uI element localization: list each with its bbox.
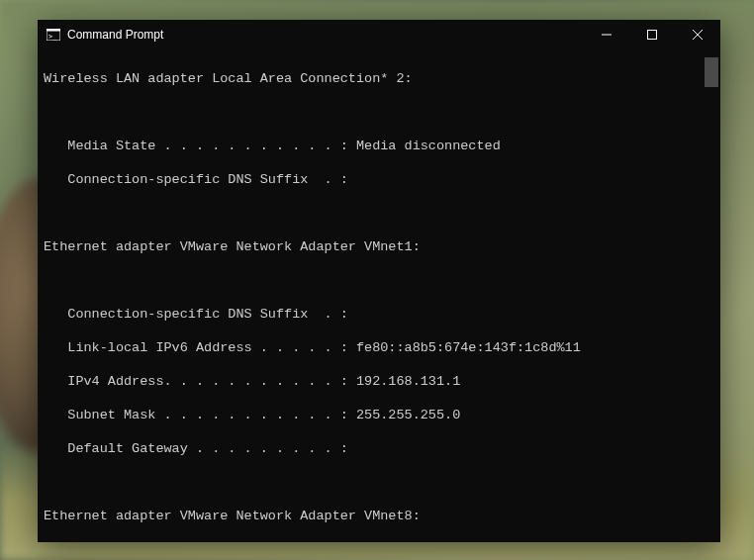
output-line: Ethernet adapter VMware Network Adapter … bbox=[44, 508, 720, 524]
minimize-button[interactable] bbox=[584, 20, 629, 49]
svg-rect-1 bbox=[47, 29, 60, 32]
output-line: Default Gateway . . . . . . . . . : bbox=[44, 440, 720, 457]
output-line: Subnet Mask . . . . . . . . . . . : 255.… bbox=[44, 407, 720, 423]
output-line: Ethernet adapter VMware Network Adapter … bbox=[44, 238, 720, 255]
cmd-icon: >_ bbox=[46, 27, 61, 43]
svg-text:>_: >_ bbox=[48, 33, 57, 41]
scrollbar-thumb[interactable] bbox=[705, 57, 718, 87]
window-controls bbox=[584, 20, 720, 49]
output-line: Media State . . . . . . . . . . . : Medi… bbox=[44, 138, 720, 154]
output-line: Link-local IPv6 Address . . . . . : fe80… bbox=[44, 339, 720, 356]
output-line: Connection-specific DNS Suffix . : bbox=[44, 306, 720, 323]
maximize-icon bbox=[647, 30, 657, 40]
output-line: Connection-specific DNS Suffix . : bbox=[44, 171, 720, 188]
output-blank bbox=[44, 272, 720, 289]
close-button[interactable] bbox=[675, 20, 720, 49]
window-title: Command Prompt bbox=[67, 28, 584, 42]
minimize-icon bbox=[602, 30, 612, 40]
output-blank bbox=[44, 104, 720, 121]
close-icon bbox=[693, 30, 703, 40]
terminal-output[interactable]: Wireless LAN adapter Local Area Connecti… bbox=[38, 49, 720, 542]
command-prompt-window: >_ Command Prompt Wireless L bbox=[38, 20, 720, 542]
svg-rect-4 bbox=[648, 31, 657, 40]
titlebar[interactable]: >_ Command Prompt bbox=[38, 20, 720, 49]
maximize-button[interactable] bbox=[629, 20, 675, 49]
output-blank bbox=[44, 541, 720, 542]
output-line: IPv4 Address. . . . . . . . . . . : 192.… bbox=[44, 373, 720, 390]
output-blank bbox=[44, 205, 720, 222]
output-line: Wireless LAN adapter Local Area Connecti… bbox=[44, 70, 720, 87]
output-blank bbox=[44, 474, 720, 491]
